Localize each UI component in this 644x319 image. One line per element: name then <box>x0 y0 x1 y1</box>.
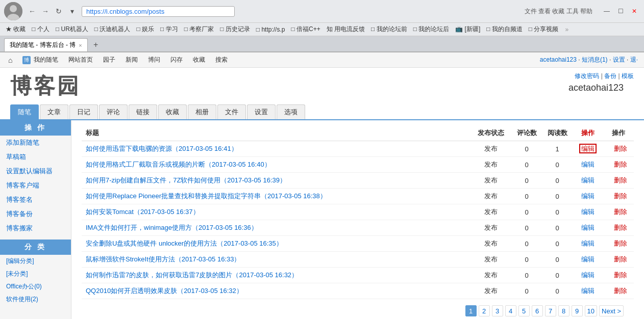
sidebar-item-edit-categories[interactable]: [编辑分类] <box>0 255 71 268</box>
page-3-button[interactable]: 3 <box>492 305 503 316</box>
post-title-link[interactable]: IMA文件如何打开，winimage使用方（2017-03-05 16:36） <box>86 224 258 231</box>
nav-item-flash[interactable]: 闪存 <box>168 55 185 65</box>
post-title-link[interactable]: 如何用7-zip创建自解压文件，7Z软件如何使用（2017-03-05 16:3… <box>86 176 286 184</box>
post-edit-button[interactable]: 编辑 <box>579 144 597 153</box>
tab-album[interactable]: 相册 <box>188 104 216 119</box>
tab-notes[interactable]: 随笔 <box>10 104 39 119</box>
nav-item-garden[interactable]: 园子 <box>101 55 117 65</box>
fav-http[interactable]: □ http://s.p <box>255 25 287 34</box>
post-edit-button[interactable]: 编辑 <box>581 255 595 263</box>
browser-tab[interactable]: 我的随笔 - 博客后台 - 博 × <box>4 38 88 51</box>
fav-current[interactable]: 知 用电流反馈 <box>325 24 366 34</box>
fav-forum-after[interactable]: □ 我的论坛后 <box>412 24 451 34</box>
page-5-button[interactable]: 5 <box>518 305 530 316</box>
next-page-button[interactable]: Next > <box>599 305 624 316</box>
sidebar-item-drafts[interactable]: 草稿箱 <box>0 150 71 164</box>
tab-options[interactable]: 选项 <box>277 104 305 119</box>
post-edit-button[interactable]: 编辑 <box>581 240 595 247</box>
tab-links[interactable]: 链接 <box>129 104 157 119</box>
nav-item-home[interactable]: 网站首页 <box>66 55 95 65</box>
page-10-button[interactable]: 10 <box>585 305 597 316</box>
tab-articles[interactable]: 文章 <box>40 104 68 119</box>
change-password-link[interactable]: 修改密码 <box>575 72 599 79</box>
fav-more[interactable]: » <box>565 26 568 33</box>
sidebar-item-signature[interactable]: 博客签名 <box>0 193 71 207</box>
post-title-link[interactable]: 如何制作迅雷7的皮肤，如何获取迅雷7皮肤的图片（2017-03-05 16:32… <box>86 271 298 279</box>
post-delete-button[interactable]: 删除 <box>614 255 627 263</box>
post-delete-button[interactable]: 删除 <box>614 161 627 168</box>
fav-entertainment[interactable]: □ 娱乐 <box>135 24 156 34</box>
post-edit-button[interactable]: 编辑 <box>581 161 595 168</box>
tab-diary[interactable]: 日记 <box>69 104 98 119</box>
tab-favorites[interactable]: 收藏 <box>158 104 187 119</box>
post-delete-button[interactable]: 删除 <box>614 192 627 200</box>
nav-item-cnblogs[interactable]: 博 我的随笔 <box>20 55 60 65</box>
nav-item-news[interactable]: 新闻 <box>123 55 140 65</box>
post-title-link[interactable]: 如何使用格式工厂截取音乐或视频的片断（2017-03-05 16:40） <box>86 161 271 168</box>
sidebar-item-client[interactable]: 博客客户端 <box>0 178 71 193</box>
fav-xinjiang[interactable]: 📺 [新疆] <box>454 24 482 34</box>
back-button[interactable]: ← <box>27 6 38 17</box>
post-delete-button[interactable]: 删除 <box>614 208 627 216</box>
tab-comments[interactable]: 评论 <box>99 104 128 119</box>
template-link[interactable]: 模板 <box>622 72 634 79</box>
fav-wodi[interactable]: □ 沃迪机器人 <box>93 24 132 34</box>
fav-ur[interactable]: □ UR机器人 <box>54 24 90 34</box>
sidebar-item-uncategorized[interactable]: [未分类] <box>0 268 71 280</box>
sidebar-item-office[interactable]: Office办公(0) <box>0 280 71 293</box>
sidebar-item-move[interactable]: 博客搬家 <box>0 221 71 235</box>
fav-share[interactable]: □ 分享视频 <box>527 24 560 34</box>
fav-history[interactable]: □ 历史记录 <box>218 24 252 34</box>
post-title-link[interactable]: 如何安装Tomcat（2017-03-05 16:37） <box>86 208 200 216</box>
post-title-link[interactable]: 鼠标增强软件StrokeIt使用方法（2017-03-05 16:33） <box>86 255 240 263</box>
sidebar-item-set-editor[interactable]: 设置默认编辑器 <box>0 164 71 178</box>
backup-link[interactable]: 备份 <box>604 72 616 79</box>
post-title-link[interactable]: 如何使用迅雷下载电骡的资源（2017-03-05 16:41） <box>86 145 238 152</box>
page-1-button[interactable]: 1 <box>465 305 477 316</box>
post-title-link[interactable]: QQ2010如何开启透明效果皮肤（2017-03-05 16:32） <box>86 287 243 295</box>
page-8-button[interactable]: 8 <box>558 305 569 316</box>
fav-forum-before[interactable]: □ 我的论坛前 <box>369 24 409 34</box>
address-bar[interactable]: https://i.cnblogs.com/posts <box>82 6 235 17</box>
post-edit-button[interactable]: 编辑 <box>581 208 595 216</box>
page-6-button[interactable]: 6 <box>532 305 543 316</box>
fav-personal[interactable]: □ 个人 <box>30 24 51 34</box>
refresh-button[interactable]: ↻ <box>53 6 64 17</box>
tab-close-button[interactable]: × <box>79 42 82 48</box>
post-edit-button[interactable]: 编辑 <box>581 287 595 295</box>
post-edit-button[interactable]: 编辑 <box>581 192 595 200</box>
nav-logout-link[interactable]: 退· <box>630 56 638 63</box>
sidebar-item-software[interactable]: 软件使用(2) <box>0 293 71 306</box>
post-delete-button[interactable]: 删除 <box>614 287 627 295</box>
page-7-button[interactable]: 7 <box>545 305 556 316</box>
post-edit-button[interactable]: 编辑 <box>581 224 595 231</box>
tab-files[interactable]: 文件 <box>217 104 246 119</box>
page-4-button[interactable]: 4 <box>505 305 516 316</box>
post-delete-button[interactable]: 删除 <box>614 271 627 279</box>
tab-settings[interactable]: 设置 <box>247 104 276 119</box>
minimize-button[interactable]: — <box>601 7 613 16</box>
home-nav-item[interactable]: ⌂ <box>6 55 14 65</box>
post-edit-button[interactable]: 编辑 <box>581 176 595 184</box>
nav-username-link[interactable]: acetaohai123 <box>540 56 577 63</box>
fav-channel[interactable]: □ 我的自频道 <box>485 24 524 34</box>
post-delete-button[interactable]: 删除 <box>614 145 627 152</box>
nav-messages-link[interactable]: 短消息(1) <box>582 56 608 63</box>
new-tab-button[interactable]: + <box>90 39 102 51</box>
forward-button[interactable]: → <box>40 6 51 17</box>
close-window-button[interactable]: ✕ <box>629 7 640 16</box>
post-edit-button[interactable]: 编辑 <box>581 271 595 279</box>
fav-study[interactable]: □ 学习 <box>159 24 180 34</box>
post-title-link[interactable]: 如何使用Replace Pioneer批量查找和替换并提取指定字符串（2017-… <box>86 192 327 200</box>
fav-factory[interactable]: □ 考察厂家 <box>183 24 216 34</box>
sidebar-item-new-post[interactable]: 添加新随笔 <box>0 136 71 150</box>
sidebar-item-backup[interactable]: 博客备份 <box>0 207 71 221</box>
post-delete-button[interactable]: 删除 <box>614 240 627 247</box>
dropdown-button[interactable]: ▾ <box>66 6 78 17</box>
fav-star[interactable]: ★ 收藏 <box>4 24 27 34</box>
maximize-button[interactable]: ☐ <box>615 7 627 16</box>
post-delete-button[interactable]: 删除 <box>614 176 627 184</box>
fav-beckhoff[interactable]: □ 倍福C++ <box>289 24 321 34</box>
nav-item-search[interactable]: 搜索 <box>213 55 230 65</box>
post-title-link[interactable]: 安全删除U盘或其他硬件 unlocker的使用方法（2017-03-05 16:… <box>86 240 283 247</box>
